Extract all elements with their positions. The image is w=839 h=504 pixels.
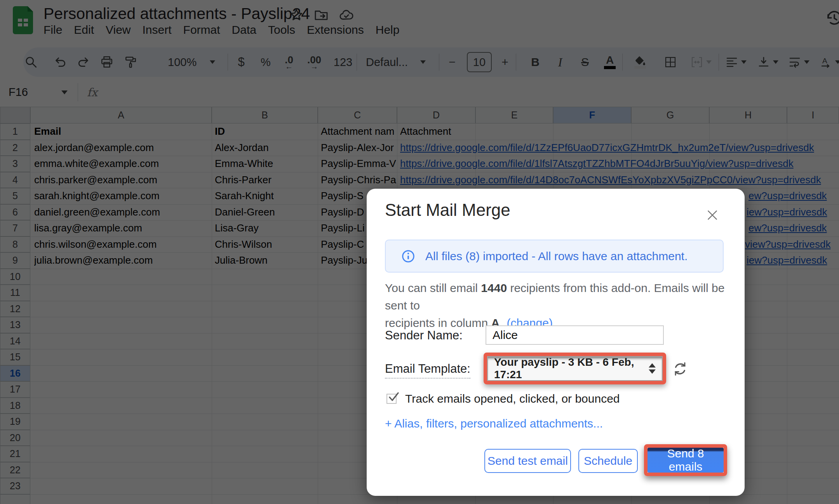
schedule-button[interactable]: Schedule [578, 449, 638, 473]
select-spinner-icon [649, 363, 656, 374]
start-mail-merge-dialog: Start Mail Merge All files (8) imported … [367, 189, 745, 496]
email-template-label: Email Template: [385, 362, 470, 379]
alias-filters-link[interactable]: + Alias, filters, personalized attachmen… [385, 417, 603, 430]
quota-count: 1440 [481, 282, 507, 294]
track-emails-label[interactable]: Track emails opened, clicked, or bounced [405, 391, 620, 407]
refresh-templates-icon[interactable] [672, 361, 688, 377]
send-test-email-button[interactable]: Send test email [484, 449, 571, 473]
quota-text: recipients in column [385, 316, 491, 329]
dialog-title: Start Mail Merge [385, 200, 510, 220]
send-highlight-box: Send 8 emails [644, 444, 727, 476]
send-emails-button[interactable]: Send 8 emails [648, 448, 724, 473]
import-status-text: All files (8) imported - All rows have a… [425, 250, 688, 263]
email-template-select[interactable]: Your payslip - 3 KB - 6 Feb, 17:21 [487, 356, 663, 381]
import-status-banner: All files (8) imported - All rows have a… [385, 240, 724, 273]
template-highlight-box: Your payslip - 3 KB - 6 Feb, 17:21 [484, 353, 666, 384]
google-sheets-app: Personalized attachments - Payslip24 Fil… [0, 0, 839, 504]
close-icon[interactable] [706, 209, 720, 222]
quota-text: You can still email [385, 282, 481, 294]
track-emails-checkbox[interactable] [386, 394, 397, 404]
info-icon [401, 249, 415, 263]
email-template-value: Your payslip - 3 KB - 6 Feb, 17:21 [494, 356, 662, 381]
quota-paragraph: You can still email 1440 recipients from… [385, 279, 727, 332]
sender-name-label: Sender Name: [385, 328, 463, 342]
sender-name-input[interactable] [486, 325, 664, 345]
